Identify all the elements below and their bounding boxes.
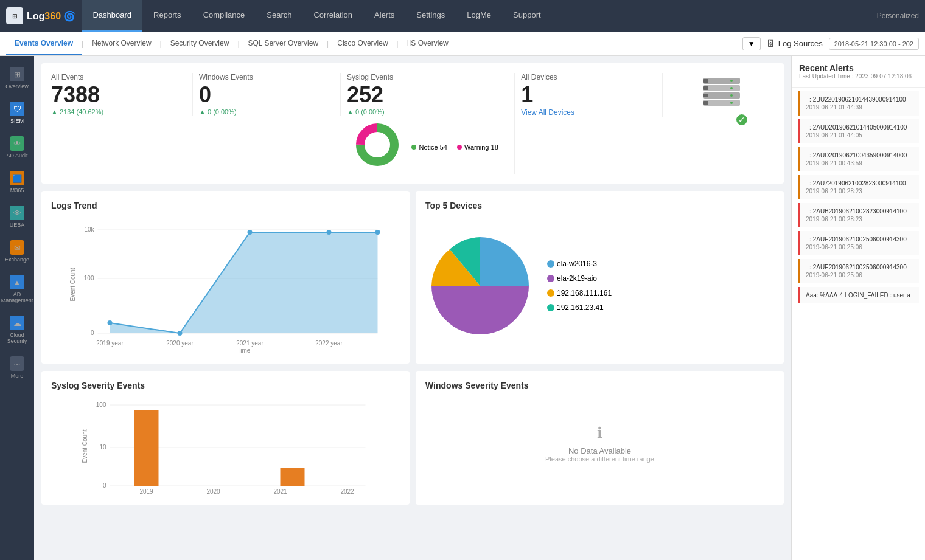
nav-tab-compliance[interactable]: Compliance [192, 0, 256, 32]
subtab-network-overview[interactable]: Network Overview [83, 32, 159, 55]
syslog-events-change: 0 (0.00%) [347, 108, 393, 116]
svg-text:100: 100 [84, 275, 94, 282]
alert-text: Aaa: %AAA-4-LOGIN_FAILED : user a [806, 292, 913, 299]
personalized-label: Personalized [877, 12, 919, 20]
alert-time: 2019-06-21 01:44:39 [806, 104, 913, 111]
sidebar-label-ad-management: AD Management [1, 291, 33, 303]
svg-text:Event Count: Event Count [82, 429, 88, 463]
alerts-list: - : 2BU2201906210144390009141002019-06-2… [792, 88, 925, 307]
no-data-area: ℹ No Data Available Please choose a diff… [425, 398, 774, 489]
overview-icon: ⊞ [10, 67, 24, 81]
syslog-severity-svg: Event Count 100 10 0 2 [51, 398, 400, 495]
recent-alerts-last-updated: Last Updated Time : 2023-09-07 12:18:06 [799, 73, 918, 80]
syslog-events-block: Syslog Events 252 0 (0.00%) [347, 73, 515, 174]
top5-devices-content: ela-w2016-3 ela-2k19-aio 192.168.111.161 [425, 218, 774, 354]
alert-item[interactable]: Aaa: %AAA-4-LOGIN_FAILED : user a [798, 287, 919, 303]
svg-text:100: 100 [96, 401, 106, 408]
subtab-security-overview[interactable]: Security Overview [162, 32, 238, 55]
alert-item[interactable]: - : 2AUB201906210028230009141002019-06-2… [798, 203, 919, 227]
windows-severity-panel: Windows Severity Events ℹ No Data Availa… [416, 371, 784, 505]
all-devices-value: 1 [521, 84, 652, 106]
alert-item[interactable]: - : 2AUE201906210025060009143002019-06-2… [798, 259, 919, 283]
subtab-sql-server-overview[interactable]: SQL Server Overview [240, 32, 327, 55]
subtab-cisco-overview[interactable]: Cisco Overview [329, 32, 396, 55]
svg-rect-9 [703, 92, 740, 99]
alert-time: 2019-06-21 00:28:23 [806, 188, 913, 195]
alert-time: 2019-06-21 00:25:06 [806, 244, 913, 251]
device-dot-4 [547, 304, 554, 311]
svg-text:0: 0 [103, 482, 106, 489]
sidebar-label-ad-audit: AD Audit [6, 153, 27, 159]
nav-tab-reports[interactable]: Reports [142, 0, 192, 32]
ueba-icon: 👁 [10, 206, 24, 220]
log-sources-button[interactable]: 🗄 Log Sources [767, 39, 823, 48]
all-events-change: 2134 (40.62%) [51, 108, 183, 116]
sidebar-item-siem[interactable]: 🛡 SIEM [0, 95, 34, 130]
logo-area: ⊞ Log360 🌀 [6, 7, 75, 24]
notice-label: Notice 54 [419, 143, 447, 151]
stats-row: All Events 7388 2134 (40.62%) Windows Ev… [41, 63, 784, 184]
view-all-devices-link[interactable]: View All Devices [521, 108, 652, 117]
sub-nav-right: ▼ 🗄 Log Sources 2018-05-21 12:30:00 - 20… [742, 37, 919, 50]
date-range-display[interactable]: 2018-05-21 12:30:00 - 202 [829, 38, 919, 50]
sidebar-item-ad-management[interactable]: ▲ AD Management [0, 269, 34, 309]
sidebar-item-more[interactable]: ··· More [0, 350, 34, 385]
top5-devices-title: Top 5 Devices [425, 201, 774, 210]
all-devices-label: All Devices [521, 73, 652, 81]
alert-item[interactable]: - : 2AUD201906210144050009141002019-06-2… [798, 119, 919, 143]
right-panel: Recent Alerts Last Updated Time : 2023-0… [791, 56, 925, 560]
alert-item[interactable]: - : 2AU7201906210028230009141002019-06-2… [798, 175, 919, 199]
svg-point-2 [366, 134, 388, 156]
sidebar-item-ueba[interactable]: 👁 UEBA [0, 199, 34, 234]
no-data-sub: Please choose a different time range [545, 455, 654, 463]
device-legend-2: ela-2k19-aio [547, 274, 612, 283]
subtab-events-overview[interactable]: Events Overview [6, 32, 82, 55]
nav-tab-correlation[interactable]: Correlation [302, 0, 363, 32]
device-label-3: 192.168.111.161 [557, 289, 612, 297]
device-label-1: ela-w2016-3 [557, 260, 597, 268]
syslog-events-value: 252 [347, 84, 393, 106]
nav-tab-support[interactable]: Support [502, 0, 552, 32]
svg-point-24 [178, 331, 183, 336]
warning-legend: Warning 18 [457, 143, 498, 151]
sidebar-label-ueba: UEBA [10, 222, 25, 228]
alert-text: - : 2AUE20190621002506000914300 [806, 264, 913, 271]
warning-label: Warning 18 [464, 143, 498, 151]
svg-rect-14 [730, 102, 733, 104]
donut-legend: Notice 54 Warning 18 [411, 143, 498, 151]
alert-time: 2019-06-21 00:28:23 [806, 216, 913, 223]
subtab-iis-overview[interactable]: IIS Overview [399, 32, 457, 55]
siem-icon: 🛡 [10, 102, 24, 116]
syslog-severity-chart: Event Count 100 10 0 2 [51, 398, 400, 495]
alert-item[interactable]: - : 2BU2201906210144390009141002019-06-2… [798, 91, 919, 116]
alert-item[interactable]: - : 2AUE201906210025060009143002019-06-2… [798, 231, 919, 255]
nav-tab-alerts[interactable]: Alerts [363, 0, 405, 32]
nav-tab-settings[interactable]: Settings [405, 0, 456, 32]
sidebar-item-exchange[interactable]: ✉ Exchange [0, 234, 34, 269]
sidebar-item-m365[interactable]: 🟦 M365 [0, 165, 34, 199]
svg-rect-11 [730, 94, 733, 97]
alert-item[interactable]: - : 2AUD201906210043590009140002019-06-2… [798, 147, 919, 171]
all-events-block: All Events 7388 2134 (40.62%) [51, 73, 193, 116]
sidebar-label-cloud-security: Cloud Security [2, 332, 32, 344]
donut-chart [353, 120, 402, 169]
windows-events-block: Windows Events 0 0 (0.00%) [199, 73, 341, 116]
sidebar-item-ad-audit[interactable]: 👁 AD Audit [0, 130, 34, 165]
svg-text:Event Count: Event Count [69, 268, 76, 301]
sidebar-label-more: More [11, 373, 24, 379]
database-icon: 🗄 [767, 39, 775, 48]
nav-tab-search[interactable]: Search [256, 0, 302, 32]
m365-icon: 🟦 [10, 171, 24, 185]
sidebar-item-overview[interactable]: ⊞ Overview [0, 61, 34, 95]
svg-rect-6 [703, 85, 740, 91]
nav-tab-dashboard[interactable]: Dashboard [82, 0, 142, 32]
svg-rect-8 [730, 87, 733, 89]
logs-trend-panel: Logs Trend Event Count 10k 100 0 [41, 191, 410, 364]
notice-legend: Notice 54 [411, 143, 447, 151]
device-legend-3: 192.168.111.161 [547, 289, 612, 297]
device-legend-1: ela-w2016-3 [547, 260, 612, 268]
more-tabs-dropdown[interactable]: ▼ [742, 37, 761, 50]
nav-tab-logme[interactable]: LogMe [456, 0, 502, 32]
sidebar-item-cloud-security[interactable]: ☁ Cloud Security [0, 309, 34, 350]
logs-trend-title: Logs Trend [51, 201, 400, 210]
